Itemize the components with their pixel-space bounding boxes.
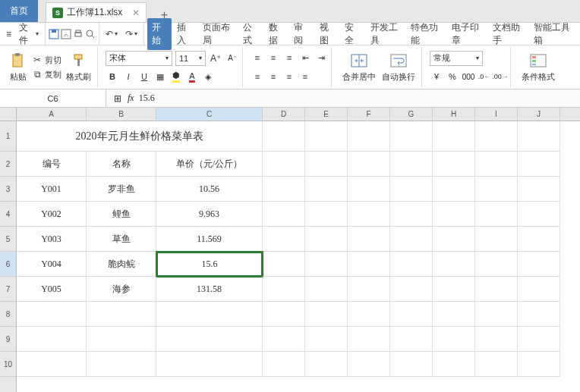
ribbon-tab-smarttools[interactable]: 智能工具箱 [529, 18, 577, 50]
ribbon-tab-view[interactable]: 视图 [315, 18, 339, 50]
cell-D2[interactable] [263, 152, 305, 177]
formatpainter-button[interactable]: 格式刷 [63, 49, 94, 86]
cell-E5[interactable] [305, 227, 348, 252]
cell-B2[interactable]: 名称 [87, 152, 156, 177]
cell-H6[interactable] [433, 252, 475, 277]
decrease-font-icon[interactable]: A⁻ [225, 52, 239, 65]
cell-F1[interactable] [348, 121, 390, 152]
inc-decimal-icon[interactable]: .0← [478, 70, 491, 83]
cell-J7[interactable] [518, 277, 560, 302]
percent-icon[interactable]: % [446, 70, 459, 83]
currency-icon[interactable]: ¥ [430, 70, 443, 83]
col-header-I[interactable]: I [475, 108, 518, 121]
styles-button[interactable]: ◈ [201, 70, 215, 83]
cell-D4[interactable] [263, 202, 305, 227]
bold-button[interactable]: B [106, 70, 119, 83]
cell-A1-merged[interactable]: 2020年元月生鲜价格菜单表 [17, 121, 263, 152]
cell-H5[interactable] [433, 227, 475, 252]
ribbon-tab-start[interactable]: 开始 [147, 18, 172, 50]
fx-icon[interactable]: fx [128, 93, 134, 104]
cell-C4[interactable]: 9.963 [156, 202, 263, 227]
cell-G10[interactable] [390, 352, 433, 377]
cell-E9[interactable] [305, 327, 348, 352]
close-tab-icon[interactable]: ✕ [132, 8, 140, 18]
cell-B3[interactable]: 罗非鱼 [87, 177, 156, 202]
row-header-2[interactable]: 2 [0, 152, 16, 177]
print-icon[interactable] [73, 29, 84, 39]
cell-A10[interactable] [17, 352, 87, 377]
cell-C2[interactable]: 单价（元/公斤） [156, 152, 263, 177]
col-header-H[interactable]: H [433, 108, 475, 121]
cell-C5[interactable]: 11.569 [156, 227, 263, 252]
col-header-F[interactable]: F [348, 108, 390, 121]
cell-G2[interactable] [390, 152, 433, 177]
ribbon-tab-formula[interactable]: 公式 [238, 18, 263, 50]
cell-A5[interactable]: Y003 [17, 227, 87, 252]
cell-G5[interactable] [390, 227, 433, 252]
cell-I6[interactable] [475, 252, 518, 277]
cell-E4[interactable] [305, 202, 348, 227]
cell-D1[interactable] [263, 121, 305, 152]
cell-I3[interactable] [475, 177, 518, 202]
cell-A7[interactable]: Y005 [17, 277, 87, 302]
ribbon-tab-dev[interactable]: 开发工具 [366, 18, 406, 50]
cell-H7[interactable] [433, 277, 475, 302]
cell-C9[interactable] [156, 327, 263, 352]
fillcolor-button[interactable]: ⬢ [169, 70, 183, 83]
dec-decimal-icon[interactable]: .00→ [493, 70, 507, 83]
cell-F7[interactable] [348, 277, 390, 302]
print-preview-icon[interactable] [85, 29, 96, 39]
cell-E10[interactable] [305, 352, 348, 377]
cell-B10[interactable] [87, 352, 156, 377]
cell-D8[interactable] [263, 302, 305, 327]
italic-button[interactable]: I [121, 70, 135, 83]
col-header-G[interactable]: G [390, 108, 433, 121]
cell-I9[interactable] [475, 327, 518, 352]
cell-H9[interactable] [433, 327, 475, 352]
cell-F3[interactable] [348, 177, 390, 202]
cell-G7[interactable] [390, 277, 433, 302]
cell-F5[interactable] [348, 227, 390, 252]
comma-icon[interactable]: 000 [462, 70, 475, 83]
cell-J4[interactable] [518, 202, 560, 227]
row-header-7[interactable]: 7 [0, 277, 16, 302]
cell-B6[interactable]: 脆肉鲩 [87, 252, 156, 277]
number-format-select[interactable]: 常规▾ [430, 51, 483, 66]
cell-G4[interactable] [390, 202, 433, 227]
font-select[interactable]: 宋体▾ [106, 51, 172, 66]
cell-D5[interactable] [263, 227, 305, 252]
save-as-icon[interactable] [61, 29, 71, 39]
cell-C6[interactable]: 15.6 [156, 252, 263, 277]
cell-B9[interactable] [87, 327, 156, 352]
col-header-E[interactable]: E [305, 108, 348, 121]
cell-F8[interactable] [348, 302, 390, 327]
cell-D7[interactable] [263, 277, 305, 302]
row-header-6[interactable]: 6 [0, 252, 16, 277]
cell-J9[interactable] [518, 327, 560, 352]
cell-C8[interactable] [156, 302, 263, 327]
cell-H8[interactable] [433, 302, 475, 327]
col-header-D[interactable]: D [263, 108, 305, 121]
fontsize-select[interactable]: 11▾ [175, 51, 206, 66]
cell-F6[interactable] [348, 252, 390, 277]
row-header-8[interactable]: 8 [0, 302, 16, 327]
save-icon[interactable] [49, 29, 59, 39]
cell-J2[interactable] [518, 152, 560, 177]
cell-grid[interactable]: 2020年元月生鲜价格菜单表 编号 名称 单价（元/公斤） Y001 罗非鱼 1… [17, 121, 580, 392]
undo-button[interactable]: ↶▾ [102, 27, 121, 41]
align-right-icon[interactable]: ≡ [282, 70, 296, 83]
ribbon-tab-data[interactable]: 数据 [264, 18, 288, 50]
fx-expand-icon[interactable]: ⊞ [112, 93, 123, 104]
condformat-button[interactable]: 条件格式 [519, 52, 558, 83]
cell-I2[interactable] [475, 152, 518, 177]
cell-H4[interactable] [433, 202, 475, 227]
cell-F4[interactable] [348, 202, 390, 227]
fontcolor-button[interactable]: A [185, 70, 199, 83]
tab-workbook[interactable]: S 工作簿11.xlsx ✕ [46, 2, 147, 22]
cell-D3[interactable] [263, 177, 305, 202]
cell-H10[interactable] [433, 352, 475, 377]
cell-I1[interactable] [475, 121, 518, 152]
cell-D9[interactable] [263, 327, 305, 352]
align-bot-icon[interactable]: ≡ [282, 51, 296, 64]
cell-I8[interactable] [475, 302, 518, 327]
